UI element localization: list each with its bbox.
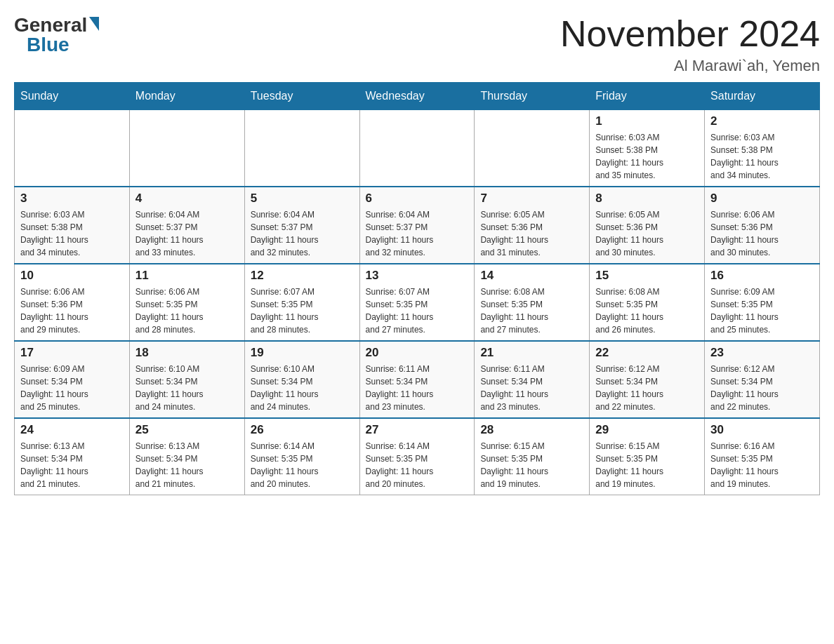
calendar-cell <box>475 110 590 187</box>
day-number: 22 <box>595 346 699 360</box>
calendar-cell: 18Sunrise: 6:10 AMSunset: 5:34 PMDayligh… <box>129 341 244 418</box>
day-info: Sunrise: 6:10 AMSunset: 5:34 PMDaylight:… <box>135 363 239 413</box>
day-number: 21 <box>480 346 583 360</box>
calendar-cell: 16Sunrise: 6:09 AMSunset: 5:35 PMDayligh… <box>705 264 820 341</box>
day-number: 2 <box>710 114 814 128</box>
day-number: 30 <box>710 423 814 437</box>
day-number: 4 <box>135 192 239 206</box>
calendar-cell: 13Sunrise: 6:07 AMSunset: 5:35 PMDayligh… <box>359 264 475 341</box>
calendar-week-row: 24Sunrise: 6:13 AMSunset: 5:34 PMDayligh… <box>15 418 820 495</box>
day-info: Sunrise: 6:04 AMSunset: 5:37 PMDaylight:… <box>366 208 469 259</box>
day-info: Sunrise: 6:13 AMSunset: 5:34 PMDaylight:… <box>135 440 239 490</box>
logo-blue-word: Blue <box>27 34 70 56</box>
day-info: Sunrise: 6:06 AMSunset: 5:35 PMDaylight:… <box>135 286 239 336</box>
day-info: Sunrise: 6:13 AMSunset: 5:34 PMDaylight:… <box>20 440 124 490</box>
title-block: November 2024 Al Marawi`ah, Yemen <box>560 14 820 75</box>
calendar-cell <box>15 110 130 187</box>
month-title: November 2024 <box>560 14 820 54</box>
calendar-header-row: SundayMondayTuesdayWednesdayThursdayFrid… <box>15 83 820 110</box>
day-info: Sunrise: 6:15 AMSunset: 5:35 PMDaylight:… <box>480 440 583 490</box>
calendar-day-header: Wednesday <box>359 83 475 110</box>
calendar-cell: 17Sunrise: 6:09 AMSunset: 5:34 PMDayligh… <box>15 341 130 418</box>
calendar-day-header: Monday <box>129 83 244 110</box>
calendar-cell: 21Sunrise: 6:11 AMSunset: 5:34 PMDayligh… <box>475 341 590 418</box>
day-number: 9 <box>710 192 814 206</box>
day-info: Sunrise: 6:08 AMSunset: 5:35 PMDaylight:… <box>480 286 583 336</box>
calendar-cell: 11Sunrise: 6:06 AMSunset: 5:35 PMDayligh… <box>129 264 244 341</box>
calendar-cell: 26Sunrise: 6:14 AMSunset: 5:35 PMDayligh… <box>244 418 359 495</box>
calendar-cell <box>359 110 475 187</box>
day-number: 1 <box>595 114 699 128</box>
calendar-day-header: Friday <box>590 83 705 110</box>
calendar-day-header: Tuesday <box>244 83 359 110</box>
day-info: Sunrise: 6:05 AMSunset: 5:36 PMDaylight:… <box>480 208 583 259</box>
day-info: Sunrise: 6:12 AMSunset: 5:34 PMDaylight:… <box>595 363 699 413</box>
calendar-day-header: Saturday <box>705 83 820 110</box>
day-number: 10 <box>20 269 124 283</box>
day-info: Sunrise: 6:03 AMSunset: 5:38 PMDaylight:… <box>595 131 699 182</box>
calendar-cell: 30Sunrise: 6:16 AMSunset: 5:35 PMDayligh… <box>705 418 820 495</box>
day-info: Sunrise: 6:07 AMSunset: 5:35 PMDaylight:… <box>366 286 469 336</box>
day-number: 13 <box>366 269 469 283</box>
calendar-cell <box>244 110 359 187</box>
day-number: 23 <box>710 346 814 360</box>
day-number: 5 <box>251 192 354 206</box>
calendar-cell: 25Sunrise: 6:13 AMSunset: 5:34 PMDayligh… <box>129 418 244 495</box>
calendar-day-header: Thursday <box>475 83 590 110</box>
day-number: 6 <box>366 192 469 206</box>
calendar-cell: 8Sunrise: 6:05 AMSunset: 5:36 PMDaylight… <box>590 187 705 264</box>
day-info: Sunrise: 6:05 AMSunset: 5:36 PMDaylight:… <box>595 208 699 259</box>
day-number: 15 <box>595 269 699 283</box>
day-number: 25 <box>135 423 239 437</box>
calendar-cell: 12Sunrise: 6:07 AMSunset: 5:35 PMDayligh… <box>244 264 359 341</box>
logo-triangle-icon <box>89 17 99 31</box>
calendar-week-row: 1Sunrise: 6:03 AMSunset: 5:38 PMDaylight… <box>15 110 820 187</box>
calendar-cell: 19Sunrise: 6:10 AMSunset: 5:34 PMDayligh… <box>244 341 359 418</box>
day-number: 16 <box>710 269 814 283</box>
calendar-week-row: 17Sunrise: 6:09 AMSunset: 5:34 PMDayligh… <box>15 341 820 418</box>
day-number: 11 <box>135 269 239 283</box>
calendar-cell: 15Sunrise: 6:08 AMSunset: 5:35 PMDayligh… <box>590 264 705 341</box>
location-title: Al Marawi`ah, Yemen <box>560 57 820 75</box>
calendar-cell: 3Sunrise: 6:03 AMSunset: 5:38 PMDaylight… <box>15 187 130 264</box>
day-info: Sunrise: 6:09 AMSunset: 5:35 PMDaylight:… <box>710 286 814 336</box>
page-header: General Blue November 2024 Al Marawi`ah,… <box>14 14 820 75</box>
day-number: 29 <box>595 423 699 437</box>
calendar-cell: 22Sunrise: 6:12 AMSunset: 5:34 PMDayligh… <box>590 341 705 418</box>
day-number: 20 <box>366 346 469 360</box>
day-info: Sunrise: 6:03 AMSunset: 5:38 PMDaylight:… <box>710 131 814 182</box>
calendar-cell: 20Sunrise: 6:11 AMSunset: 5:34 PMDayligh… <box>359 341 475 418</box>
day-number: 18 <box>135 346 239 360</box>
day-info: Sunrise: 6:09 AMSunset: 5:34 PMDaylight:… <box>20 363 124 413</box>
calendar-cell: 27Sunrise: 6:14 AMSunset: 5:35 PMDayligh… <box>359 418 475 495</box>
calendar-cell: 5Sunrise: 6:04 AMSunset: 5:37 PMDaylight… <box>244 187 359 264</box>
day-info: Sunrise: 6:06 AMSunset: 5:36 PMDaylight:… <box>710 208 814 259</box>
day-info: Sunrise: 6:10 AMSunset: 5:34 PMDaylight:… <box>251 363 354 413</box>
calendar-cell: 28Sunrise: 6:15 AMSunset: 5:35 PMDayligh… <box>475 418 590 495</box>
day-info: Sunrise: 6:07 AMSunset: 5:35 PMDaylight:… <box>251 286 354 336</box>
logo: General Blue <box>14 14 99 56</box>
calendar-cell: 10Sunrise: 6:06 AMSunset: 5:36 PMDayligh… <box>15 264 130 341</box>
calendar-cell: 24Sunrise: 6:13 AMSunset: 5:34 PMDayligh… <box>15 418 130 495</box>
calendar-table: SundayMondayTuesdayWednesdayThursdayFrid… <box>14 82 820 495</box>
calendar-cell: 29Sunrise: 6:15 AMSunset: 5:35 PMDayligh… <box>590 418 705 495</box>
calendar-day-header: Sunday <box>15 83 130 110</box>
day-number: 28 <box>480 423 583 437</box>
day-info: Sunrise: 6:06 AMSunset: 5:36 PMDaylight:… <box>20 286 124 336</box>
day-number: 14 <box>480 269 583 283</box>
day-number: 8 <box>595 192 699 206</box>
day-info: Sunrise: 6:11 AMSunset: 5:34 PMDaylight:… <box>480 363 583 413</box>
day-info: Sunrise: 6:04 AMSunset: 5:37 PMDaylight:… <box>135 208 239 259</box>
calendar-cell: 6Sunrise: 6:04 AMSunset: 5:37 PMDaylight… <box>359 187 475 264</box>
day-info: Sunrise: 6:15 AMSunset: 5:35 PMDaylight:… <box>595 440 699 490</box>
day-info: Sunrise: 6:14 AMSunset: 5:35 PMDaylight:… <box>366 440 469 490</box>
calendar-week-row: 10Sunrise: 6:06 AMSunset: 5:36 PMDayligh… <box>15 264 820 341</box>
calendar-cell: 9Sunrise: 6:06 AMSunset: 5:36 PMDaylight… <box>705 187 820 264</box>
day-number: 24 <box>20 423 124 437</box>
day-number: 27 <box>366 423 469 437</box>
day-number: 12 <box>251 269 354 283</box>
day-info: Sunrise: 6:12 AMSunset: 5:34 PMDaylight:… <box>710 363 814 413</box>
day-number: 19 <box>251 346 354 360</box>
day-number: 17 <box>20 346 124 360</box>
calendar-cell: 7Sunrise: 6:05 AMSunset: 5:36 PMDaylight… <box>475 187 590 264</box>
